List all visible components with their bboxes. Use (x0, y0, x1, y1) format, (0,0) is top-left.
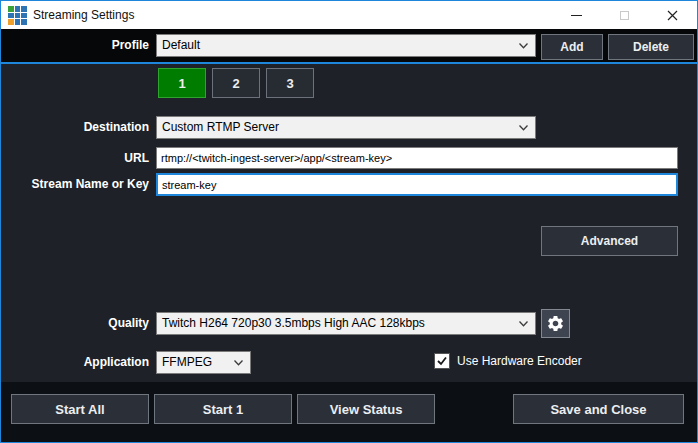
profile-label: Profile (1, 29, 149, 62)
start-all-button[interactable]: Start All (11, 394, 149, 424)
add-button[interactable]: Add (541, 34, 603, 60)
minimize-icon (571, 15, 582, 16)
profile-dropdown-value: Default (162, 38, 200, 52)
streaming-settings-window: Streaming Settings Profile Default Add D… (0, 0, 698, 443)
quality-settings-button[interactable] (541, 309, 570, 338)
maximize-button[interactable] (601, 1, 647, 29)
app-icon (8, 6, 27, 25)
application-label: Application (1, 351, 149, 374)
gear-icon (546, 314, 565, 333)
hardware-encoder-label[interactable]: Use Hardware Encoder (457, 351, 582, 372)
quality-dropdown-value: Twitch H264 720p30 3.5mbps High AAC 128k… (162, 316, 425, 330)
advanced-button[interactable]: Advanced (541, 226, 678, 256)
profile-dropdown[interactable]: Default (156, 34, 536, 57)
quality-dropdown[interactable]: Twitch H264 720p30 3.5mbps High AAC 128k… (156, 312, 536, 335)
minimize-button[interactable] (553, 1, 599, 29)
hardware-encoder-checkbox[interactable] (434, 353, 450, 369)
url-input[interactable] (156, 147, 678, 169)
tab-3[interactable]: 3 (266, 68, 314, 98)
chevron-down-icon (519, 43, 528, 49)
window-title: Streaming Settings (33, 1, 134, 29)
save-and-close-button[interactable]: Save and Close (513, 394, 684, 424)
accent-separator (1, 62, 697, 64)
tab-2[interactable]: 2 (212, 68, 260, 98)
maximize-icon (620, 11, 629, 20)
application-dropdown-value: FFMPEG (162, 355, 212, 369)
start-1-button[interactable]: Start 1 (154, 394, 292, 424)
url-label: URL (1, 147, 149, 169)
stream-key-label: Stream Name or Key (1, 173, 149, 196)
application-dropdown[interactable]: FFMPEG (156, 351, 251, 374)
close-icon (667, 10, 678, 21)
close-button[interactable] (647, 1, 697, 29)
destination-dropdown-value: Custom RTMP Server (162, 120, 279, 134)
check-icon (436, 355, 448, 367)
stream-key-input[interactable] (156, 173, 678, 196)
titlebar: Streaming Settings (1, 1, 697, 29)
chevron-down-icon (519, 125, 528, 131)
view-status-button[interactable]: View Status (297, 394, 435, 424)
delete-button[interactable]: Delete (608, 34, 694, 60)
tab-1[interactable]: 1 (158, 68, 206, 98)
destination-label: Destination (1, 116, 149, 139)
destination-dropdown[interactable]: Custom RTMP Server (156, 116, 536, 139)
quality-label: Quality (1, 312, 149, 335)
chevron-down-icon (234, 360, 243, 366)
chevron-down-icon (519, 321, 528, 327)
